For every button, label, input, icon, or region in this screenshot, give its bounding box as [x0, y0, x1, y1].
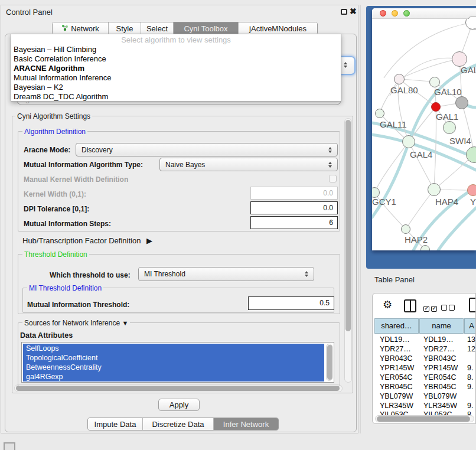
dropdown-item-aracne[interactable]: ARACNE Algorithm [14, 64, 84, 73]
gear-icon[interactable]: ⚙ [383, 298, 392, 311]
table-cell[interactable]: YBL079W [423, 392, 457, 400]
table-mode-icon[interactable] [469, 298, 476, 312]
table-cell[interactable]: 9. [467, 402, 473, 410]
dropdown-placeholder: Select algorithm to view settings [11, 35, 341, 44]
mi-algorithm-type-label: Mutual Information Algorithm Type: [24, 161, 143, 169]
table-cell[interactable]: YDL19… [380, 335, 410, 344]
dropdown-item-basic-correlation[interactable]: Basic Correlation Inference [14, 54, 106, 64]
aracne-mode-label: Aracne Mode: [24, 146, 70, 154]
tab-impute-data[interactable]: Impute Data [88, 418, 142, 430]
panel-divider[interactable] [360, 5, 361, 433]
which-threshold-combobox[interactable]: MI Threshold [138, 267, 314, 281]
table-cell[interactable]: 13 [467, 335, 475, 344]
settings-vertical-scrollbar[interactable] [344, 118, 352, 383]
node-green-bottom[interactable] [420, 245, 430, 250]
node-green-mid[interactable] [443, 121, 456, 134]
select-all-columns-icon[interactable]: ✓✓ [423, 302, 439, 312]
network-window-titlebar[interactable] [372, 8, 476, 19]
list-item-betweennesscentrality[interactable]: BetweennessCentrality [23, 363, 324, 372]
node-gal11[interactable] [375, 109, 384, 118]
list-item-topologicalcoefficient[interactable]: TopologicalCoefficient [23, 353, 324, 363]
minimized-panel-chip[interactable] [4, 442, 15, 450]
tab-network[interactable]: Network [53, 22, 108, 34]
network-window[interactable]: GAL GAL80 GAL10 GAL1 GAL11 GAL4 SWI4 GCY… [372, 8, 476, 250]
table-cell[interactable]: YBL079W [380, 392, 413, 400]
dropdown-item-mutual-information[interactable]: Mutual Information Inference [14, 73, 111, 83]
node-gal4[interactable] [402, 135, 415, 148]
aracne-mode-combobox[interactable]: Discovery [76, 143, 338, 156]
column-header-a[interactable]: A [464, 318, 476, 334]
table-cell[interactable]: 8. [467, 373, 473, 381]
network-view-panel: GAL GAL80 GAL10 GAL1 GAL11 GAL4 SWI4 GCY… [366, 6, 476, 269]
minimize-window-icon[interactable] [392, 10, 398, 17]
zoom-window-icon[interactable] [403, 10, 410, 17]
node-label-gal80: GAL80 [390, 85, 418, 95]
mi-steps-field[interactable]: 6 [250, 216, 338, 229]
dropdown-item-bayesian-hill-climbing[interactable]: Bayesian – Hill Climbing [14, 45, 96, 54]
table-horizontal-scrollbar[interactable] [375, 415, 474, 422]
node-gray[interactable] [455, 96, 468, 109]
apply-button[interactable]: Apply [158, 399, 200, 411]
tab-discretize-data[interactable]: Discretize Data [142, 418, 213, 430]
algorithm-dropdown-popup: Select algorithm to view settings Bayesi… [11, 34, 341, 102]
table-cell[interactable]: YLR345W [423, 402, 457, 410]
dropdown-item-bayesian-k2[interactable]: Bayesian – K2 [14, 83, 63, 92]
data-attributes-label: Data Attributes [20, 331, 73, 340]
table-cell[interactable]: YDR27… [380, 345, 411, 353]
table-cell[interactable]: YER054C [423, 373, 457, 381]
node-gal80[interactable] [394, 74, 405, 84]
which-threshold-value: MI Threshold [139, 270, 302, 278]
dropdown-item-dream8[interactable]: Dream8 DC_TDC Algorithm [14, 92, 108, 102]
node-label-gcy1: GCY1 [372, 197, 396, 207]
float-panel-icon[interactable] [341, 9, 347, 15]
mi-threshold-field[interactable]: 0.5 [248, 296, 334, 310]
tab-style[interactable]: Style [108, 22, 141, 34]
column-header-name[interactable]: name [419, 318, 464, 334]
node-gal1-red[interactable] [431, 102, 441, 112]
dpi-tolerance-field[interactable]: 0.0 [250, 201, 338, 214]
close-panel-icon[interactable]: ✖ [350, 6, 357, 16]
dpi-tolerance-label: DPI Tolerance [0,1]: [24, 205, 89, 213]
table-cell[interactable]: YDR27… [423, 345, 455, 353]
mi-threshold-definition-title: MI Threshold Definition [27, 284, 103, 292]
mi-algorithm-type-combobox[interactable]: Naive Bayes [159, 158, 338, 171]
table-cell[interactable]: YBR043C [380, 354, 413, 363]
node-hap4[interactable] [428, 183, 441, 196]
manual-kernel-width-checkbox[interactable] [329, 175, 337, 182]
column-header-shared[interactable]: shared… [374, 318, 419, 334]
table-cell[interactable]: YPR145W [423, 364, 458, 372]
tab-cyni-toolbox[interactable]: Cyni Toolbox [173, 22, 238, 34]
hub-definition-toggle[interactable]: Hub/Transcription Factor Definition ▶ [22, 236, 152, 245]
table-cell[interactable]: YBR045C [380, 383, 413, 391]
table-cell[interactable]: YBR045C [423, 383, 457, 391]
table-cell[interactable]: 12 [467, 345, 475, 353]
tab-jactivemnodules[interactable]: jActiveMNodules [238, 22, 317, 34]
columns-icon[interactable] [404, 299, 416, 312]
node-gal10[interactable] [429, 77, 440, 87]
close-window-icon[interactable] [380, 10, 386, 17]
node-y-cut[interactable] [467, 184, 476, 196]
network-canvas[interactable]: GAL GAL80 GAL10 GAL1 GAL11 GAL4 SWI4 GCY… [372, 19, 476, 250]
table-cell[interactable]: 9. [467, 383, 473, 391]
tab-infer-network[interactable]: Infer Network [213, 418, 278, 430]
table-cell[interactable]: YLR345W [380, 402, 413, 410]
node-label-gal4: GAL4 [410, 149, 432, 159]
tab-select[interactable]: Select [141, 22, 173, 34]
table-cell[interactable]: YPR145W [380, 364, 414, 372]
node-hap2[interactable] [401, 224, 410, 234]
table-cell[interactable]: YBR043C [423, 354, 457, 363]
table-panel: ⚙ ✓✓ shared… name A YDL19… YDL19… 13 YDR… [372, 293, 476, 424]
combo-spinner-icon [302, 271, 311, 277]
sources-group-title[interactable]: Sources for Network Inference ▼ [22, 319, 130, 327]
node-label-swi4: SWI4 [449, 136, 471, 146]
table-cell[interactable]: YDL19… [423, 335, 454, 344]
list-item-selfloops[interactable]: SelfLoops [23, 344, 324, 353]
kernel-width-field[interactable]: 0.0 [250, 187, 338, 200]
table-cell[interactable]: 9. [467, 364, 473, 372]
combo-spinner-icon [326, 162, 334, 168]
list-vertical-scrollbar[interactable] [326, 344, 332, 381]
list-item-gal4rgexp[interactable]: gal4RGexp [23, 372, 324, 381]
deselect-all-columns-icon[interactable] [441, 302, 457, 313]
table-cell[interactable]: YER054C [380, 373, 413, 381]
which-threshold-label: Which threshold to use: [50, 271, 131, 279]
